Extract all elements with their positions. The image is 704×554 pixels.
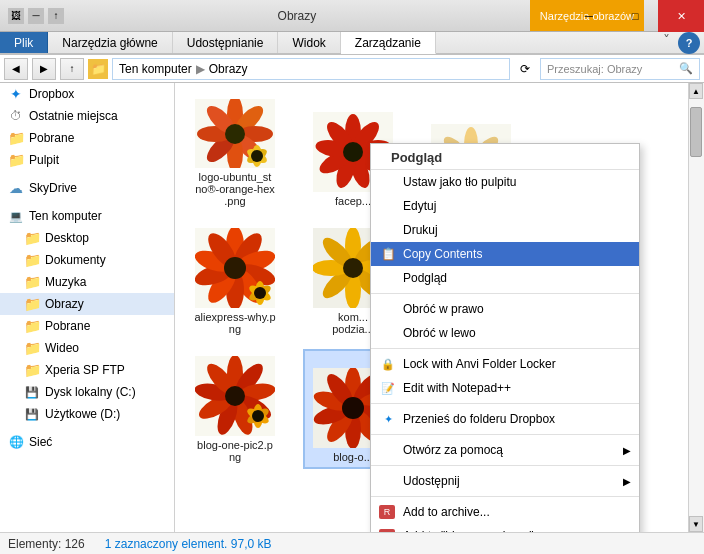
window-icon: 🖼 [8, 8, 24, 24]
folder-icon-xperia: 📁 [24, 362, 40, 378]
sidebar-item-pobrane[interactable]: 📁 Pobrane [0, 127, 174, 149]
sidebar-item-recent[interactable]: ⏱ Ostatnie miejsca [0, 105, 174, 127]
pc-icon: 💻 [8, 208, 24, 224]
sidebar-label-drivec: Dysk lokalny (C:) [45, 385, 136, 399]
wallpaper-icon [379, 173, 397, 191]
ctx-label-notepad: Edit with Notepad++ [403, 381, 511, 395]
folder-icon-wideo: 📁 [24, 340, 40, 356]
sidebar-item-drivec[interactable]: 💾 Dysk lokalny (C:) [0, 381, 174, 403]
folder-icon: 📁 [88, 59, 108, 79]
minimize-button[interactable]: ─ [566, 0, 612, 32]
sidebar-item-xperia[interactable]: 📁 Xperia SP FTP [0, 359, 174, 381]
network-icon: 🌐 [8, 434, 24, 450]
up-button[interactable]: ↑ [60, 58, 84, 80]
ctx-item-open-with[interactable]: Otwórz za pomocą ▶ [371, 438, 639, 462]
ctx-item-print[interactable]: Drukuj [371, 218, 639, 242]
ctx-item-copy-contents[interactable]: 📋 Copy Contents [371, 242, 639, 266]
lock-icon: 🔒 [379, 355, 397, 373]
dropbox-icon: ✦ [8, 86, 24, 102]
ribbon-tab-bar: Plik Narzędzia główne Udostępnianie Wido… [0, 32, 704, 54]
ctx-item-add-rar[interactable]: R Add to "blog-one-pic.rar" [371, 524, 639, 532]
sidebar-label-pobrane: Pobrane [29, 131, 74, 145]
archive-icon: R [379, 505, 395, 519]
quick-access-icon2[interactable]: ↑ [48, 8, 64, 24]
ctx-sep2 [371, 348, 639, 349]
file-item-blog1[interactable]: blog-one-pic2.png [185, 349, 285, 469]
sidebar-item-obrazy[interactable]: 📁 Obrazy [0, 293, 174, 315]
ribbon: Plik Narzędzia główne Udostępnianie Wido… [0, 32, 704, 55]
ctx-label-rotate-right: Obróć w prawo [403, 302, 484, 316]
ctx-label-anvi: Lock with Anvi Folder Locker [403, 357, 556, 371]
folder-icon-obrazy: 📁 [24, 296, 40, 312]
back-button[interactable]: ◀ [4, 58, 28, 80]
sidebar-item-dokumenty[interactable]: 📁 Dokumenty [0, 249, 174, 271]
forward-button[interactable]: ▶ [32, 58, 56, 80]
sidebar-item-dropbox[interactable]: ✦ Dropbox [0, 83, 174, 105]
help-button[interactable]: ? [678, 32, 700, 54]
sidebar-label-dropbox: Dropbox [29, 87, 74, 101]
ctx-header: Podgląd [371, 144, 639, 170]
sidebar-label-siec: Sieć [29, 435, 52, 449]
sidebar-item-tenpc[interactable]: 💻 Ten komputer [0, 205, 174, 227]
rotate-right-icon [379, 300, 397, 318]
quick-access-icon[interactable]: ─ [28, 8, 44, 24]
svg-point-88 [342, 397, 364, 419]
close-button[interactable]: ✕ [658, 0, 704, 32]
ribbon-chevron-icon[interactable]: ˅ [655, 32, 678, 53]
status-selected: 1 zaznaczony element. 97,0 kB [105, 537, 272, 551]
main-layout: ✦ Dropbox ⏱ Ostatnie miejsca 📁 Pobrane 📁… [0, 83, 704, 532]
tab-view[interactable]: Widok [278, 32, 340, 53]
ctx-item-dropbox-move[interactable]: ✦ Przenieś do folderu Dropbox [371, 407, 639, 431]
scroll-down-button[interactable]: ▼ [689, 516, 703, 532]
file-area: logo-ubuntu_stno®-orange-hex.png [175, 83, 704, 532]
window-controls: ─ □ ✕ [566, 0, 704, 31]
sidebar-item-drived[interactable]: 💾 Użytkowe (D:) [0, 403, 174, 425]
sidebar-label-desktop: Desktop [45, 231, 89, 245]
tab-share[interactable]: Udostępnianie [173, 32, 279, 53]
sidebar-label-recent: Ostatnie miejsca [29, 109, 118, 123]
skydrive-icon: ☁ [8, 180, 24, 196]
sidebar-item-skydrive[interactable]: ☁ SkyDrive [0, 177, 174, 199]
file-thumb-aliexpress [195, 228, 275, 308]
ctx-item-add-archive[interactable]: R Add to archive... [371, 500, 639, 524]
tab-file[interactable]: Plik [0, 32, 48, 53]
ctx-sep5 [371, 465, 639, 466]
sidebar-item-desktop[interactable]: 📁 Desktop [0, 227, 174, 249]
search-box[interactable]: Przeszukaj: Obrazy 🔍 [540, 58, 700, 80]
ctx-item-share[interactable]: Udostępnij ▶ [371, 469, 639, 493]
ctx-sep1 [371, 293, 639, 294]
ctx-label-share: Udostępnij [403, 474, 460, 488]
file-item-ubuntu[interactable]: logo-ubuntu_stno®-orange-hex.png [185, 93, 285, 213]
scroll-up-button[interactable]: ▲ [689, 83, 703, 99]
tab-manage[interactable]: Zarządzanie [341, 32, 436, 54]
ctx-item-rotate-left[interactable]: Obróć w lewo [371, 321, 639, 345]
tab-home[interactable]: Narzędzia główne [48, 32, 172, 53]
ctx-item-notepad[interactable]: 📝 Edit with Notepad++ [371, 376, 639, 400]
address-path[interactable]: Ten komputer ▶ Obrazy [112, 58, 510, 80]
ctx-sep6 [371, 496, 639, 497]
refresh-button[interactable]: ⟳ [514, 58, 536, 80]
ctx-item-anvi[interactable]: 🔒 Lock with Anvi Folder Locker [371, 352, 639, 376]
sidebar-item-pulpit[interactable]: 📁 Pulpit [0, 149, 174, 171]
maximize-button[interactable]: □ [612, 0, 658, 32]
ctx-label-rotate-left: Obróć w lewo [403, 326, 476, 340]
vertical-scrollbar[interactable]: ▲ ▼ [688, 83, 704, 532]
share-arrow: ▶ [623, 476, 631, 487]
edit-icon [379, 197, 397, 215]
sidebar-label-skydrive: SkyDrive [29, 181, 77, 195]
file-item-aliexpress[interactable]: aliexpress-why.png [185, 221, 285, 341]
ctx-item-edit[interactable]: Edytuj [371, 194, 639, 218]
svg-point-72 [225, 386, 245, 406]
ctx-item-preview[interactable]: Podgląd [371, 266, 639, 290]
ctx-item-rotate-right[interactable]: Obróć w prawo [371, 297, 639, 321]
scroll-thumb[interactable] [690, 107, 702, 157]
folder-icon-dokumenty: 📁 [24, 252, 40, 268]
folder-icon-pulpit: 📁 [8, 152, 24, 168]
sidebar-item-pobrane2[interactable]: 📁 Pobrane [0, 315, 174, 337]
title-bar: 🖼 ─ ↑ Obrazy Narzędzia obrazów ─ □ ✕ [0, 0, 704, 32]
file-thumb-blog1 [195, 356, 275, 436]
ctx-item-set-wallpaper[interactable]: Ustaw jako tło pulpitu [371, 170, 639, 194]
sidebar-item-wideo[interactable]: 📁 Wideo [0, 337, 174, 359]
sidebar-item-muzyka[interactable]: 📁 Muzyka [0, 271, 174, 293]
sidebar-item-siec[interactable]: 🌐 Sieć [0, 431, 174, 453]
